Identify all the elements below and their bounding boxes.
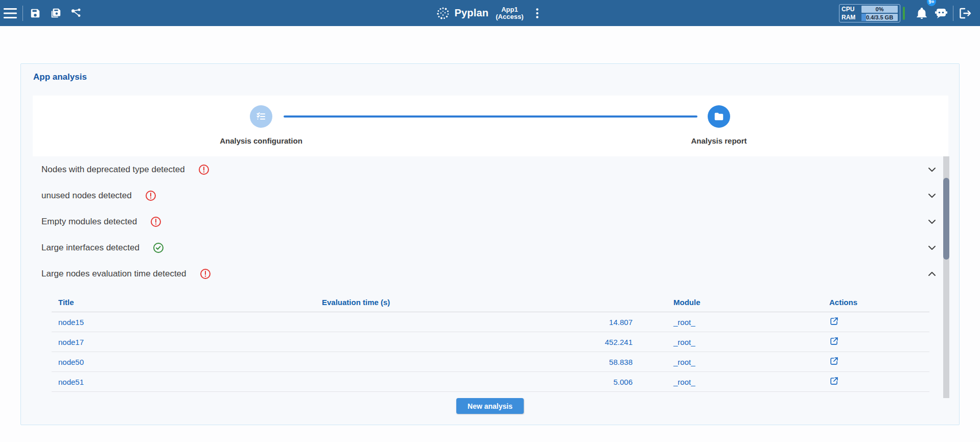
hamburger-icon xyxy=(4,8,17,18)
stepper-connector xyxy=(284,115,697,118)
column-header-evaluation-time: Evaluation time (s) xyxy=(315,298,639,307)
app-root: Pyplan App1 (Access) CPU 0% xyxy=(0,0,980,442)
accordion-item-deprecated-nodes[interactable]: Nodes with deprecated type detected xyxy=(33,156,942,182)
external-link-icon xyxy=(829,316,839,326)
open-node-button[interactable] xyxy=(829,336,839,346)
folder-icon xyxy=(713,111,725,122)
accordion-item-empty-modules[interactable]: Empty modules detected xyxy=(33,208,942,235)
checklist-icon xyxy=(255,110,267,123)
app-name: App1 xyxy=(496,6,523,13)
accordion-label: Large interfaces detected xyxy=(41,243,139,253)
step-label-configuration: Analysis configuration xyxy=(195,136,328,145)
module-link[interactable]: _root_ xyxy=(639,318,795,327)
table-row: node15 14.807 _root_ xyxy=(52,312,929,332)
accordion-item-large-interfaces[interactable]: Large interfaces detected xyxy=(33,235,942,261)
evaluation-time-value: 5.006 xyxy=(315,378,639,386)
accordion-item-large-evaluation-time[interactable]: Large nodes evaluation time detected xyxy=(33,261,942,287)
app-access: (Access) xyxy=(496,13,523,20)
page-title: App analysis xyxy=(33,72,87,82)
table-row: node17 452.241 _root_ xyxy=(52,332,929,352)
evaluation-time-value: 58.838 xyxy=(315,358,639,366)
save-icon xyxy=(30,8,41,19)
error-status-icon xyxy=(150,216,161,227)
column-header-title: Title xyxy=(52,298,315,307)
save-button[interactable] xyxy=(25,0,45,26)
table-header-row: Title Evaluation time (s) Module Actions xyxy=(52,293,929,312)
column-header-actions: Actions xyxy=(795,298,929,307)
module-link[interactable]: _root_ xyxy=(639,378,795,386)
top-bar: Pyplan App1 (Access) CPU 0% xyxy=(0,0,980,26)
logout-button[interactable] xyxy=(955,0,975,26)
evaluation-time-value: 452.241 xyxy=(315,338,639,346)
new-analysis-button[interactable]: New analysis xyxy=(456,398,524,414)
app-analysis-card: App analysis Analysis configuration Anal… xyxy=(20,63,960,425)
step-analysis-configuration[interactable] xyxy=(250,105,272,128)
accordion-label: Empty modules detected xyxy=(41,217,137,227)
open-node-button[interactable] xyxy=(829,316,839,326)
open-node-button[interactable] xyxy=(829,356,839,366)
chevron-down-icon xyxy=(926,242,938,254)
node-title-link[interactable]: node50 xyxy=(52,358,315,366)
error-status-icon xyxy=(200,268,211,280)
external-link-icon xyxy=(829,376,839,386)
share-model-button[interactable] xyxy=(66,0,86,26)
ram-meter: 0.4/3.5 GB xyxy=(861,14,898,21)
accordion-label: unused nodes detected xyxy=(41,191,132,201)
evaluation-time-value: 14.807 xyxy=(315,318,639,327)
chat-bot-icon xyxy=(935,7,948,19)
chevron-down-icon xyxy=(926,216,938,228)
analysis-stepper: Analysis configuration Analysis report xyxy=(33,96,948,156)
scrollbar-thumb[interactable] xyxy=(943,178,949,260)
dots-vertical-icon xyxy=(536,8,539,18)
success-status-icon xyxy=(153,242,164,253)
ram-label: RAM xyxy=(842,14,859,21)
save-all-button[interactable] xyxy=(45,0,66,26)
scrollbar-track[interactable] xyxy=(943,156,949,398)
module-link[interactable]: _root_ xyxy=(639,338,795,346)
topbar-left-actions xyxy=(0,0,86,26)
table-row: node50 58.838 _root_ xyxy=(52,352,929,372)
chevron-down-icon xyxy=(926,164,938,176)
brand-name: Pyplan xyxy=(455,7,489,19)
step-analysis-report[interactable] xyxy=(708,105,730,128)
column-header-module: Module xyxy=(639,298,795,307)
cpu-meter: 0% xyxy=(861,6,898,13)
accordion-label: Nodes with deprecated type detected xyxy=(41,165,185,175)
step-label-report: Analysis report xyxy=(652,136,785,145)
current-app-label[interactable]: App1 (Access) xyxy=(496,6,523,20)
ram-row: RAM 0.4/3.5 GB xyxy=(842,14,898,21)
node-title-link[interactable]: node17 xyxy=(52,338,315,346)
chevron-down-icon xyxy=(926,190,938,202)
accordion-label: Large nodes evaluation time detected xyxy=(41,269,186,279)
topbar-right: CPU 0% RAM 0.4/3.5 GB xyxy=(839,0,980,26)
notifications-button[interactable]: 9+ xyxy=(912,0,931,26)
resource-monitor: CPU 0% RAM 0.4/3.5 GB xyxy=(839,4,900,22)
app-menu-button[interactable] xyxy=(530,0,544,26)
accordion-item-unused-nodes[interactable]: unused nodes detected xyxy=(33,182,942,208)
node-title-link[interactable]: node51 xyxy=(52,378,315,386)
engine-status-indicator xyxy=(903,7,905,20)
external-link-icon xyxy=(829,356,839,366)
share-icon xyxy=(71,8,82,19)
error-status-icon xyxy=(145,190,156,201)
cpu-row: CPU 0% xyxy=(842,6,898,13)
cpu-value: 0% xyxy=(861,6,898,13)
evaluation-time-table: Title Evaluation time (s) Module Actions… xyxy=(52,293,929,392)
save-all-icon xyxy=(50,8,61,19)
error-status-icon xyxy=(198,164,209,175)
brand[interactable]: Pyplan xyxy=(436,7,489,20)
open-node-button[interactable] xyxy=(829,376,839,386)
table-row: node51 5.006 _root_ xyxy=(52,372,929,392)
external-link-icon xyxy=(829,336,839,346)
module-link[interactable]: _root_ xyxy=(639,358,795,366)
ram-value: 0.4/3.5 GB xyxy=(861,14,898,21)
node-title-link[interactable]: node15 xyxy=(52,318,315,327)
chevron-up-icon xyxy=(926,268,938,280)
cpu-label: CPU xyxy=(842,6,859,13)
topbar-divider-right xyxy=(953,6,953,21)
pyplan-logo-icon xyxy=(436,7,450,20)
bell-icon xyxy=(916,7,928,19)
menu-button[interactable] xyxy=(0,0,20,26)
topbar-center: Pyplan App1 (Access) xyxy=(0,0,980,26)
topbar-divider xyxy=(22,6,23,21)
